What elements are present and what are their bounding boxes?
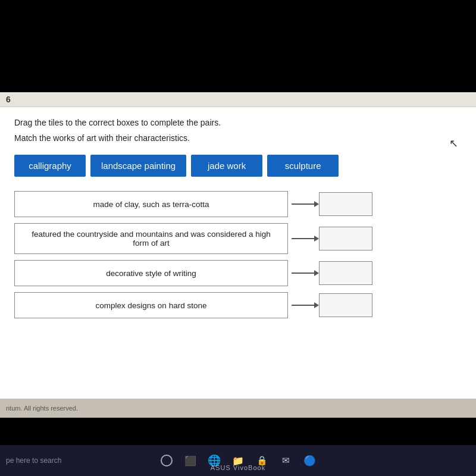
instruction-line1: Drag the tiles to the correct boxes to c… (14, 118, 462, 127)
mail-icon[interactable]: ✉ (279, 454, 292, 467)
answer-box-2[interactable] (319, 227, 372, 250)
match-row-2: featured the countryside and mountains a… (14, 223, 462, 254)
arrow-4 (292, 305, 315, 306)
question-number: 6 (6, 95, 11, 104)
arrow-line-3 (292, 273, 315, 274)
description-4: complex designs on hard stone (14, 292, 288, 318)
description-3: decorative style of writing (14, 260, 288, 286)
arrow-1 (292, 203, 315, 205)
tile-jade-work[interactable]: jade work (191, 155, 262, 177)
content-box: ↖ Drag the tiles to the correct boxes to… (0, 107, 476, 399)
cursor-icon: ↖ (449, 137, 458, 150)
match-row-3: decorative style of writing (14, 260, 462, 286)
chrome-icon[interactable]: 🔵 (303, 454, 316, 467)
arrow-line-4 (292, 305, 315, 306)
tile-landscape-painting[interactable]: landscape painting (90, 155, 186, 177)
answer-box-4[interactable] (319, 293, 372, 317)
arrow-line-2 (292, 238, 315, 239)
arrow-3 (292, 273, 315, 274)
top-black-bar (0, 0, 476, 92)
tiles-row: calligraphy landscape painting jade work… (14, 155, 462, 177)
taskbar: pe here to search ⬛ 🌐 📁 🔒 ✉ 🔵 (0, 445, 476, 476)
asus-label: ASUS VivoBook (211, 464, 265, 471)
description-2: featured the countryside and mountains a… (14, 223, 288, 254)
answer-box-1[interactable] (319, 192, 372, 216)
arrow-2 (292, 238, 315, 239)
bottom-strip: ntum. All rights reserved. (0, 399, 476, 418)
taskbar-left: pe here to search (6, 456, 61, 465)
arrow-line-1 (292, 203, 315, 205)
instruction-line2: Match the works of art with their charac… (14, 133, 462, 143)
question-bar: 6 (0, 92, 476, 107)
match-row-4: complex designs on hard stone (14, 292, 462, 318)
copyright-text: ntum. All rights reserved. (6, 405, 78, 412)
task-view-icon[interactable]: ⬛ (184, 454, 197, 467)
windows-search-icon[interactable] (160, 454, 173, 467)
match-row-1: made of clay, such as terra-cotta (14, 191, 462, 217)
description-1: made of clay, such as terra-cotta (14, 191, 288, 217)
tile-calligraphy[interactable]: calligraphy (14, 155, 86, 177)
search-circle (161, 455, 173, 466)
answer-box-3[interactable] (319, 261, 372, 285)
tile-sculpture[interactable]: sculpture (267, 155, 339, 177)
search-text[interactable]: pe here to search (6, 456, 61, 465)
